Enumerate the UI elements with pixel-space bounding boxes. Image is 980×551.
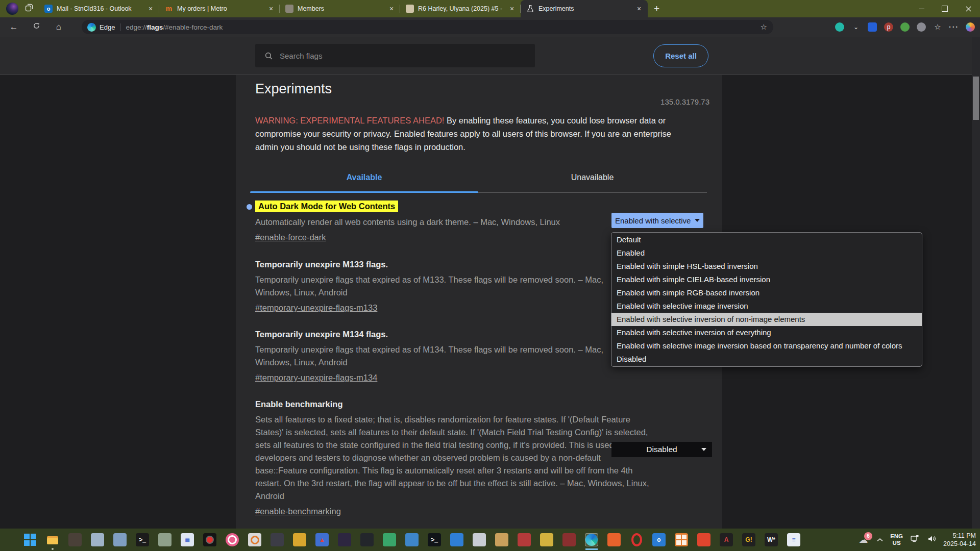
search-tool[interactable] <box>248 533 261 546</box>
file-explorer[interactable] <box>46 533 59 546</box>
document-app[interactable]: ≣ <box>181 533 194 546</box>
flags-page-body: Experiments 135.0.3179.73 WARNING: EXPER… <box>0 75 972 529</box>
flag-anchor-link[interactable]: #enable-force-dark <box>255 232 326 243</box>
maximize-button[interactable] <box>933 0 957 17</box>
dart-app[interactable] <box>473 533 486 546</box>
dropdown-option[interactable]: Enabled with simple HSL-based inversion <box>611 260 922 273</box>
blue-square-extension-icon[interactable] <box>868 22 877 32</box>
camera-app[interactable] <box>226 533 239 546</box>
gray-sync-extension-icon[interactable] <box>917 22 926 32</box>
backup-drive[interactable] <box>158 533 172 546</box>
extensions-chevron-icon[interactable]: ⌄ <box>851 22 861 32</box>
browser-tab[interactable]: Members× <box>280 0 400 17</box>
notepad-app[interactable]: ≡ <box>787 533 800 546</box>
flags-header: Search flags Reset all <box>0 37 972 75</box>
search-flags-input[interactable]: Search flags <box>255 44 535 67</box>
start-button[interactable] <box>23 533 37 546</box>
network-icon[interactable] <box>910 534 920 546</box>
onedrive-cloud-icon[interactable]: ☁ 6 <box>856 534 870 545</box>
outlook-app[interactable]: o <box>652 533 666 546</box>
opera-browser[interactable] <box>630 533 643 546</box>
copilot-icon[interactable] <box>966 22 975 32</box>
dropdown-option[interactable]: Default <box>611 233 922 246</box>
dark-swirl-app[interactable] <box>338 533 351 546</box>
favorite-star-icon[interactable]: ☆ <box>761 22 767 32</box>
dropdown-option[interactable]: Enabled <box>611 246 922 260</box>
dropdown-option[interactable]: Enabled with simple RGB-based inversion <box>611 286 922 299</box>
word-star-app[interactable]: W* <box>765 533 778 546</box>
green-extension-icon[interactable] <box>900 22 910 32</box>
workspaces-icon[interactable] <box>24 3 34 14</box>
browser-tab[interactable]: Experiments× <box>521 0 648 17</box>
tab-close-icon[interactable]: × <box>387 5 396 13</box>
tab-unavailable[interactable]: Unavailable <box>478 173 706 186</box>
dropdown-option[interactable]: Enabled with selective image inversion b… <box>611 339 922 353</box>
tab-close-icon[interactable]: × <box>267 5 275 13</box>
tray-chevron-up-icon[interactable] <box>876 535 884 544</box>
benchmarking-select[interactable]: Disabled <box>611 442 712 457</box>
office-hub[interactable] <box>675 533 688 546</box>
tab-close-icon[interactable]: × <box>635 5 643 13</box>
flag-anchor-link[interactable]: #temporary-unexpire-flags-m133 <box>255 302 377 313</box>
ruby-app[interactable] <box>562 533 576 546</box>
keyboard-utility[interactable] <box>360 533 374 546</box>
letter-g-app[interactable]: G! <box>742 533 755 546</box>
flag-row-unexpire-m134: Temporarily unexpire M134 flags. Tempora… <box>255 329 633 383</box>
dropdown-option[interactable]: Enabled with selective inversion of non-… <box>611 313 922 326</box>
tab-close-icon[interactable]: × <box>146 5 155 13</box>
language-indicator[interactable]: ENG US <box>890 533 903 546</box>
letter-a-app[interactable]: A <box>720 533 733 546</box>
kiwi-bird-app[interactable] <box>540 533 553 546</box>
refresh-button[interactable] <box>30 21 43 33</box>
reset-all-button[interactable]: Reset all <box>653 44 708 67</box>
chevron-down-icon <box>701 448 706 451</box>
screenshot-viewer[interactable] <box>68 533 82 546</box>
browser-tab[interactable]: R6 Harley, Ulyana (2025) #5 - Pag× <box>400 0 521 17</box>
more-menu-icon[interactable]: ··· <box>949 22 959 32</box>
browser-essentials-icon[interactable] <box>835 22 844 32</box>
tab-available[interactable]: Available <box>250 173 478 186</box>
crimson-app[interactable] <box>518 533 531 546</box>
dolphin-app[interactable] <box>405 533 419 546</box>
back-button[interactable]: ← <box>7 21 20 33</box>
flag-description: Temporarily unexpire flags that expired … <box>255 343 633 369</box>
this-pc[interactable] <box>91 533 104 546</box>
display-settings[interactable] <box>113 533 127 546</box>
coins-app[interactable] <box>293 533 306 546</box>
media-server[interactable] <box>271 533 284 546</box>
green-orb-app[interactable] <box>383 533 396 546</box>
volume-icon[interactable] <box>926 534 937 546</box>
brave-browser[interactable] <box>607 533 621 546</box>
flag-anchor-link[interactable]: #temporary-unexpire-flags-m134 <box>255 372 377 383</box>
dropdown-option[interactable]: Enabled with selective image inversion <box>611 299 922 313</box>
dropdown-option[interactable]: Enabled with simple CIELAB-based inversi… <box>611 273 922 286</box>
letter-p-extension-icon[interactable]: p <box>884 22 893 32</box>
command-prompt[interactable]: >_ <box>136 533 149 546</box>
flag-anchor-link[interactable]: #enable-benchmarking <box>255 506 341 517</box>
new-tab-button[interactable]: + <box>654 3 659 14</box>
screen-recorder[interactable] <box>203 533 216 546</box>
dropdown-option[interactable]: Enabled with selective inversion of ever… <box>611 326 922 339</box>
minimize-button[interactable] <box>910 0 933 17</box>
map-globe-app[interactable]: ▲ <box>315 533 329 546</box>
dropdown-option[interactable]: Disabled <box>611 353 922 366</box>
browser-tab[interactable]: oMail - StnCld316 - Outlook× <box>39 0 159 17</box>
red-ball-browser[interactable] <box>697 533 710 546</box>
tray-clock[interactable]: 5:11 PM 2025-04-14 <box>943 532 976 548</box>
flag-row-enable-benchmarking: Enable benchmarking Sets all features to… <box>255 398 633 517</box>
edge-browser[interactable] <box>585 533 598 546</box>
page-scrollbar[interactable] <box>972 37 980 529</box>
auto-dark-select[interactable]: Enabled with selective <box>611 213 703 228</box>
close-button[interactable] <box>957 0 980 17</box>
scrollbar-thumb[interactable] <box>973 77 979 120</box>
favorites-icon[interactable]: ☆ <box>933 22 942 32</box>
terminal-alt[interactable]: >_ <box>428 533 441 546</box>
tray-time: 5:11 PM <box>943 532 976 540</box>
squirrel-app[interactable] <box>495 533 508 546</box>
address-bar[interactable]: Edge edge://flags/#enable-force-dark ☆ <box>82 20 773 34</box>
compass-browser[interactable] <box>450 533 463 546</box>
tab-close-icon[interactable]: × <box>508 5 516 13</box>
browser-tab[interactable]: mMy orders | Metro× <box>159 0 280 17</box>
profile-avatar[interactable] <box>6 3 18 15</box>
home-button[interactable]: ⌂ <box>52 21 65 33</box>
